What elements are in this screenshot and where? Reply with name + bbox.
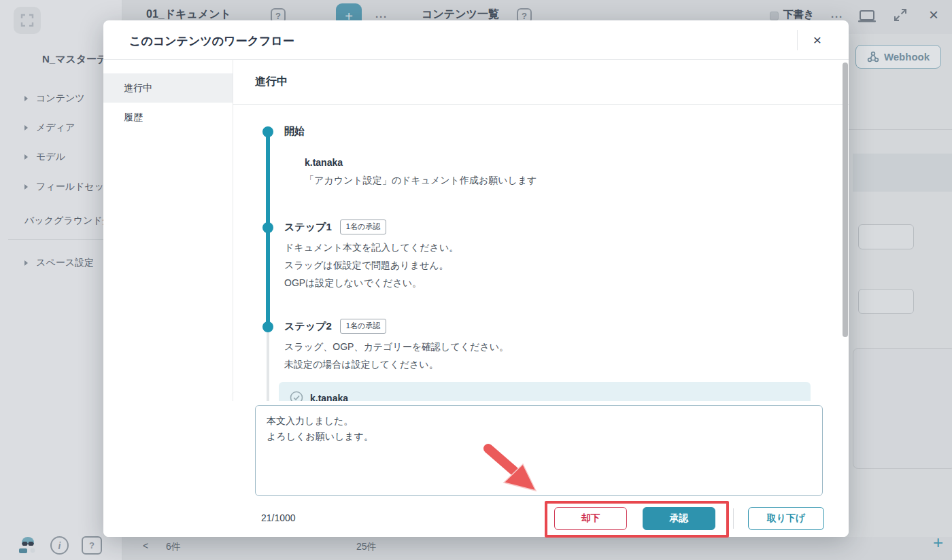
annotation-arrow-icon (469, 434, 545, 499)
modal-close-button[interactable]: × (806, 29, 828, 51)
approval-badge: 1名の承認 (340, 220, 386, 234)
timeline-dot-start (262, 126, 273, 137)
approved-entry: k.tanaka (279, 382, 811, 401)
modal-header: このコンテンツのワークフロー × (103, 20, 849, 60)
app-window: N_マスターデータ コンテンツ メディア モデル フィールドセット バックグラウ… (0, 0, 952, 560)
header-divider (797, 30, 798, 50)
description-line: スラッグ、OGP、カテゴリーを確認してください。 (284, 338, 509, 355)
approval-badge: 1名の承認 (340, 319, 386, 334)
description-line: スラッグは仮設定で問題ありません。 (284, 256, 458, 274)
workflow-timeline: 開始 k.tanaka 「アカウント設定」のドキュメント作成お願いします ステッ… (233, 105, 849, 401)
step1-title-row: ステップ1 1名の承認 (284, 220, 386, 234)
tab-history[interactable]: 履歴 (103, 103, 233, 132)
withdraw-button[interactable]: 取り下げ (748, 507, 824, 530)
step-title: ステップ2 (284, 320, 332, 333)
annotation-highlight-rect (545, 501, 729, 538)
timeline-dot-step1 (262, 222, 273, 233)
check-circle-icon (290, 391, 303, 401)
step1-description: ドキュメント本文を記入してください。 スラッグは仮設定で問題ありません。 OGP… (284, 239, 458, 292)
modal-title: このコンテンツのワークフロー (129, 33, 294, 49)
workflow-heading: 進行中 (233, 60, 849, 105)
button-divider (733, 508, 734, 529)
start-comment: 「アカウント設定」のドキュメント作成お願いします (305, 175, 537, 187)
modal-main: 進行中 開始 k.tanaka 「アカウント設定」のドキュメント作成お願いします… (233, 60, 849, 401)
close-icon: × (813, 32, 821, 48)
timeline-line-pending (267, 329, 269, 401)
scrollbar-thumb[interactable] (843, 63, 848, 337)
modal-tab-nav: 進行中 履歴 (103, 60, 233, 401)
description-line: 未設定の場合は設定してください。 (284, 355, 509, 373)
tab-in-progress[interactable]: 進行中 (103, 73, 233, 103)
comment-author: k.tanaka (305, 157, 343, 168)
description-line: ドキュメント本文を記入してください。 (284, 239, 458, 256)
timeline-dot-step2 (262, 321, 273, 332)
step2-title-row: ステップ2 1名の承認 (284, 319, 386, 334)
char-counter: 21/1000 (261, 512, 296, 523)
step-title-start: 開始 (284, 125, 305, 138)
step2-description: スラッグ、OGP、カテゴリーを確認してください。 未設定の場合は設定してください… (284, 338, 509, 373)
approver-name: k.tanaka (310, 393, 348, 401)
step-title: ステップ1 (284, 221, 332, 234)
description-line: OGPは設定しないでください。 (284, 274, 458, 292)
